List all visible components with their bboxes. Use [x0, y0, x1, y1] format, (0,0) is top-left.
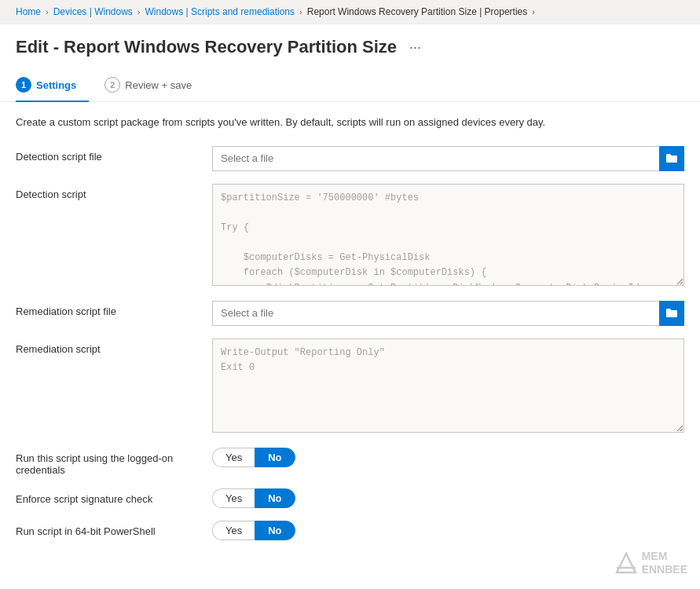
page-header: Edit - Report Windows Recovery Partition…: [0, 24, 700, 64]
folder-icon: [665, 152, 678, 165]
detection-script-file-control: [212, 146, 684, 171]
watermark-line1: MEM: [642, 550, 687, 563]
main-content: Create a custom script package from scri…: [0, 102, 700, 569]
remediation-script-file-control: [212, 301, 684, 326]
run-logged-on-label: Run this script using the logged-on cred…: [16, 448, 212, 476]
breadcrumb-home[interactable]: Home: [16, 6, 41, 17]
enforce-sig-no-button[interactable]: No: [255, 488, 295, 508]
breadcrumb-sep-4: ›: [532, 7, 535, 16]
detection-script-file-input[interactable]: [212, 146, 659, 171]
run-logged-on-no-button[interactable]: No: [255, 448, 295, 467]
detection-script-control: $partitionSize = '750000000' #bytes Try …: [212, 184, 684, 288]
remediation-script-textarea[interactable]: Write-Output "Reporting Only" Exit 0: [212, 338, 684, 433]
detection-script-file-input-row: [212, 146, 684, 171]
remediation-script-label: Remediation script: [16, 338, 212, 355]
tab-settings[interactable]: 1 Settings: [16, 71, 89, 102]
remediation-script-row: Remediation script Write-Output "Reporti…: [16, 338, 684, 435]
detection-script-file-row: Detection script file: [16, 146, 684, 171]
breadcrumb-sep-3: ›: [299, 7, 302, 16]
breadcrumb-scripts[interactable]: Windows | Scripts and remediations: [145, 6, 295, 17]
enforce-sig-yes-button[interactable]: Yes: [212, 488, 255, 508]
folder-icon-2: [665, 307, 678, 320]
run-64bit-yes-button[interactable]: Yes: [212, 521, 255, 540]
run-logged-on-toggle: Yes No: [212, 448, 684, 467]
remediation-script-file-input-row: [212, 301, 684, 326]
breadcrumb-sep-1: ›: [46, 7, 49, 16]
detection-script-row: Detection script $partitionSize = '75000…: [16, 184, 684, 288]
page-title: Edit - Report Windows Recovery Partition…: [16, 37, 397, 57]
enforce-sig-control: Yes No: [212, 488, 684, 508]
breadcrumb: Home › Devices | Windows › Windows | Scr…: [0, 0, 700, 24]
remediation-script-file-label: Remediation script file: [16, 301, 212, 317]
tab-review-save[interactable]: 2 Review + save: [104, 71, 204, 102]
run-64bit-label: Run script in 64-bit PowerShell: [16, 521, 212, 537]
breadcrumb-current: Report Windows Recovery Partition Size |…: [307, 6, 528, 17]
detection-script-label: Detection script: [16, 184, 212, 200]
enforce-sig-row: Enforce script signature check Yes No: [16, 488, 684, 508]
tab-review-label: Review + save: [125, 79, 192, 91]
run-64bit-toggle: Yes No: [212, 521, 684, 540]
run-64bit-row: Run script in 64-bit PowerShell Yes No: [16, 521, 684, 540]
remediation-script-control: Write-Output "Reporting Only" Exit 0: [212, 338, 684, 435]
run-64bit-no-button[interactable]: No: [255, 521, 295, 540]
enforce-sig-toggle: Yes No: [212, 488, 684, 508]
remediation-script-file-button[interactable]: [659, 301, 684, 326]
breadcrumb-sep-2: ›: [137, 7, 141, 16]
form-description: Create a custom script package from scri…: [16, 115, 684, 130]
ellipsis-button[interactable]: ···: [405, 38, 426, 57]
svg-marker-0: [617, 554, 636, 573]
remediation-script-file-input[interactable]: [212, 301, 659, 326]
tab-settings-number: 1: [16, 77, 31, 93]
tabs-row: 1 Settings 2 Review + save: [0, 70, 700, 102]
detection-script-file-button[interactable]: [659, 146, 684, 171]
watermark-text: MEM ENNBEE: [642, 550, 687, 576]
tab-review-number: 2: [104, 77, 120, 93]
watermark: MEM ENNBEE: [614, 550, 687, 576]
watermark-icon: [614, 551, 639, 576]
tab-settings-label: Settings: [36, 79, 76, 91]
run-logged-on-yes-button[interactable]: Yes: [212, 448, 255, 467]
run-64bit-control: Yes No: [212, 521, 684, 540]
enforce-sig-label: Enforce script signature check: [16, 488, 212, 505]
detection-script-textarea[interactable]: $partitionSize = '750000000' #bytes Try …: [212, 184, 684, 286]
remediation-script-file-row: Remediation script file: [16, 301, 684, 326]
breadcrumb-devices[interactable]: Devices | Windows: [53, 6, 133, 17]
run-logged-on-control: Yes No: [212, 448, 684, 467]
run-logged-on-row: Run this script using the logged-on cred…: [16, 448, 684, 476]
watermark-line2: ENNBEE: [642, 563, 687, 576]
detection-script-file-label: Detection script file: [16, 146, 212, 163]
